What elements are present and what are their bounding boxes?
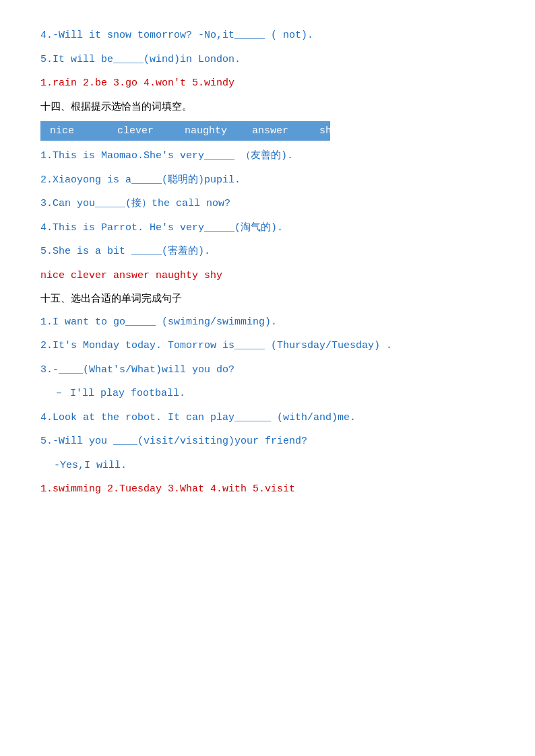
section14-title: 十四、根据提示选恰当的词填空。	[40, 99, 495, 116]
word-shy: shy	[319, 125, 360, 137]
s14-q2: 2.Xiaoyong is a_____(聪明的)pupil.	[40, 172, 495, 189]
s15-q4: 4.Look at the robot. It can play______ (…	[40, 409, 495, 427]
s14-q4: 4.This is Parrot. He's very_____(淘气的).	[40, 219, 495, 237]
q4-line: 4.-Will it snow tomorrow? -No,it_____ ( …	[40, 27, 495, 44]
word-clever: clever	[117, 125, 158, 137]
word-nice: nice	[50, 125, 90, 137]
s15-q5b: -Yes,I will.	[54, 457, 495, 475]
part4-answers: 1.rain 2.be 3.go 4.won't 5.windy	[40, 75, 495, 92]
q5-line: 5.It will be_____(wind)in London.	[40, 51, 495, 69]
s15-answers: 1.swimming 2.Tuesday 3.What 4.with 5.vis…	[40, 481, 495, 498]
s14-answers: nice clever answer naughty shy	[40, 267, 495, 285]
s15-q2: 2.It's Monday today. Tomorrow is_____ (T…	[40, 337, 495, 355]
s14-q5: 5.She is a bit _____(害羞的).	[40, 243, 495, 261]
s15-q1: 1.I want to go_____ (swiming/swimming).	[40, 314, 495, 331]
s15-q5: 5.-Will you ____(visit/visiting)your fri…	[40, 433, 495, 450]
s14-q3: 3.Can you_____(接）the call now?	[40, 195, 495, 213]
s15-q3b: － I'll play football.	[54, 385, 495, 403]
word-answer: answer	[252, 125, 292, 137]
word-bar: nice clever naughty answer shy	[40, 121, 330, 141]
word-naughty: naughty	[185, 125, 225, 137]
s15-q3: 3.-____(What's/What)will you do?	[40, 362, 495, 379]
page-content: 4.-Will it snow tomorrow? -No,it_____ ( …	[40, 27, 495, 498]
s14-q1: 1.This is Maomao.She's very_____ （友善的).	[40, 147, 495, 165]
section15-title: 十五、选出合适的单词完成句子	[40, 291, 495, 308]
